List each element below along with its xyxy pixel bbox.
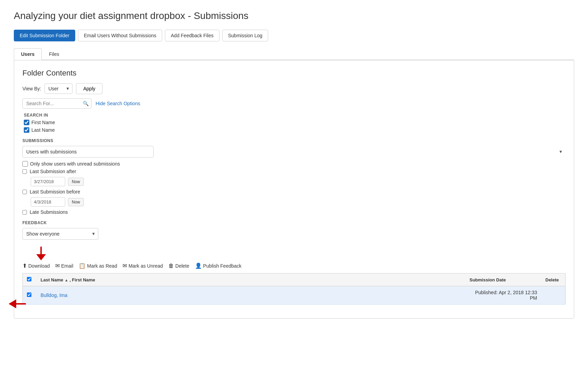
email-users-button[interactable]: Email Users Without Submissions (78, 30, 162, 41)
publish-feedback-icon: 👤 (195, 262, 202, 269)
last-after-checkbox[interactable] (22, 169, 27, 174)
last-name-sort-label: Last Name (41, 277, 65, 282)
first-name-row: First Name (24, 120, 566, 125)
last-after-date-row: Now (31, 177, 566, 186)
hide-search-options-link[interactable]: Hide Search Options (96, 101, 140, 106)
last-before-checkbox[interactable] (22, 190, 27, 194)
row-date-cell: Published: Apr 2, 2018 12:33 PM (466, 286, 541, 305)
email-action-icon: ✉ (55, 262, 60, 269)
delete-icon: 🗑 (168, 263, 174, 269)
view-by-select[interactable]: User Group (45, 83, 72, 94)
search-options: Search In First Name Last Name (24, 113, 566, 133)
download-label: Download (28, 263, 50, 269)
first-name-label: First Name (31, 120, 55, 125)
search-input[interactable] (22, 98, 91, 109)
view-by-row: View By: User Group ▼ Apply (22, 83, 566, 94)
view-by-select-wrapper: User Group ▼ (45, 83, 72, 94)
last-before-row: Last Submission before (22, 189, 566, 195)
email-action-label: Email (61, 263, 73, 269)
sort-ascending-icon: ▲ (65, 278, 68, 282)
publish-feedback-action[interactable]: 👤 Publish Feedback (195, 262, 242, 269)
last-name-checkbox[interactable] (24, 127, 29, 133)
unread-submissions-label: Only show users with unread submissions (30, 161, 120, 167)
mark-unread-icon: ✉ (122, 262, 127, 269)
submissions-section: Submissions Users with submissions All U… (22, 138, 566, 215)
main-content: Folder Contents View By: User Group ▼ Ap… (14, 60, 574, 319)
feedback-section-title: Feedback (22, 220, 566, 225)
feedback-section: Feedback Show everyone Show feedback giv… (22, 220, 566, 240)
email-action[interactable]: ✉ Email (55, 262, 73, 269)
tab-users[interactable]: Users (14, 48, 42, 60)
last-name-row: Last Name (24, 127, 566, 133)
last-before-label: Last Submission before (30, 189, 80, 195)
search-row: 🔍 Hide Search Options (22, 98, 566, 109)
search-icon: 🔍 (83, 101, 89, 106)
actions-bar: ⬆ Download ✉ Email 📋 Mark as Read ✉ Mark… (22, 262, 566, 269)
red-left-arrow-container (9, 299, 26, 310)
header-delete-col: Delete (541, 273, 566, 286)
row-delete-cell (541, 286, 566, 305)
edit-submission-folder-button[interactable]: Edit Submission Folder (14, 30, 75, 41)
unread-submissions-row: Only show users with unread submissions (22, 161, 566, 167)
feedback-select[interactable]: Show everyone Show feedback given Show n… (22, 228, 98, 240)
submission-log-button[interactable]: Submission Log (222, 30, 268, 41)
select-all-checkbox[interactable] (27, 277, 31, 281)
mark-unread-action[interactable]: ✉ Mark as Unread (122, 262, 163, 269)
student-name-link[interactable]: Bulldog, Ima (41, 292, 68, 298)
view-by-label: View By: (22, 86, 41, 91)
submissions-table: Last Name ▲ , First Name Submission Date… (22, 273, 566, 305)
red-down-arrow-icon (36, 247, 46, 260)
late-submissions-label: Late Submissions (30, 209, 68, 215)
row-name-cell: Bulldog, Ima (37, 286, 466, 305)
svg-marker-1 (36, 254, 46, 260)
delete-label: Delete (175, 263, 189, 269)
last-after-row: Last Submission after (22, 169, 566, 174)
tab-files[interactable]: Files (42, 48, 67, 60)
tabs: Users Files (14, 48, 574, 60)
mark-unread-label: Mark as Unread (128, 263, 163, 269)
mark-read-action[interactable]: 📋 Mark as Read (79, 262, 117, 269)
toolbar: Edit Submission Folder Email Users Witho… (14, 30, 574, 41)
late-submissions-row: Late Submissions (22, 209, 566, 215)
svg-marker-3 (9, 299, 16, 308)
submissions-select-wrapper: Users with submissions All Users Users w… (22, 146, 566, 158)
table-header-row: Last Name ▲ , First Name Submission Date… (23, 273, 566, 286)
download-action[interactable]: ⬆ Download (22, 262, 50, 269)
last-before-date-row: Now (31, 197, 566, 207)
submissions-section-title: Submissions (22, 138, 566, 143)
apply-button[interactable]: Apply (76, 83, 102, 94)
delete-action[interactable]: 🗑 Delete (168, 263, 189, 269)
last-after-date-input[interactable] (31, 177, 65, 186)
red-arrow-container (36, 247, 566, 260)
search-input-wrapper: 🔍 (22, 98, 91, 109)
folder-contents-title: Folder Contents (22, 69, 566, 78)
mark-read-label: Mark as Read (87, 263, 117, 269)
publish-feedback-label: Publish Feedback (203, 263, 242, 269)
mark-read-icon: 📋 (79, 262, 86, 269)
table-row: Bulldog, Ima Published: Apr 2, 2018 12:3… (23, 286, 566, 305)
submissions-chevron-icon: ▼ (559, 149, 563, 154)
submissions-select[interactable]: Users with submissions All Users Users w… (22, 146, 154, 158)
feedback-select-wrapper: Show everyone Show feedback given Show n… (22, 228, 98, 240)
header-checkbox-col (23, 273, 37, 286)
unread-submissions-checkbox[interactable] (22, 161, 28, 167)
last-after-label: Last Submission after (30, 169, 76, 174)
download-icon: ⬆ (22, 262, 27, 269)
page-title: Analyzing your diet assignment dropbox -… (14, 10, 574, 21)
first-name-checkbox[interactable] (24, 120, 29, 125)
last-after-now-button[interactable]: Now (68, 178, 84, 186)
last-before-date-input[interactable] (31, 197, 65, 207)
last-before-now-button[interactable]: Now (68, 198, 84, 206)
last-name-label: Last Name (31, 127, 55, 133)
submission-date: Published: Apr 2, 2018 12:33 PM (475, 290, 537, 301)
header-comma: , First Name (69, 277, 95, 282)
header-name-col[interactable]: Last Name ▲ , First Name (37, 273, 466, 286)
search-in-label: Search In (24, 113, 566, 118)
header-date-col: Submission Date (466, 273, 541, 286)
add-feedback-files-button[interactable]: Add Feedback Files (165, 30, 219, 41)
red-left-arrow-icon (9, 299, 26, 309)
late-submissions-checkbox[interactable] (22, 210, 27, 215)
row-checkbox[interactable] (27, 292, 31, 297)
